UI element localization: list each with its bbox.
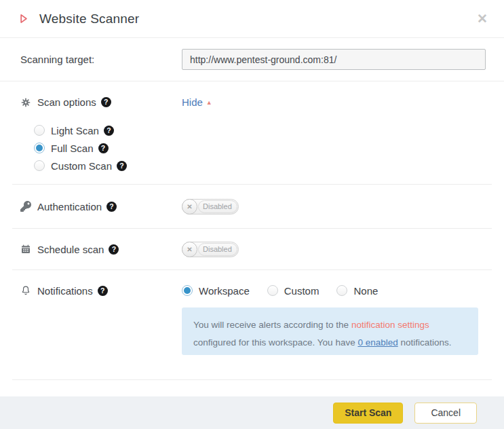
radio-button[interactable] [34, 125, 45, 136]
radio-label: Custom Scan [51, 160, 112, 172]
play-icon [16, 12, 31, 26]
scanning-target-label: Scanning target: [20, 54, 94, 65]
info-text: configured for this workspace. You have [193, 337, 357, 348]
radio-button[interactable] [336, 285, 347, 296]
radio-full-scan[interactable]: Full Scan ? [34, 139, 492, 157]
scan-options-section: Scan options ? Hide ▲ Light Scan ? Full … [12, 81, 492, 185]
notification-settings-link[interactable]: notification settings [351, 320, 429, 330]
notification-info-box: You will receive alerts according to the… [182, 307, 478, 355]
radio-label: Full Scan [51, 143, 94, 154]
caret-up-icon: ▲ [206, 99, 212, 106]
scan-type-radio-group: Light Scan ? Full Scan ? Custom Scan ? [34, 122, 492, 174]
radio-label: Custom [284, 285, 319, 297]
help-icon[interactable]: ? [98, 286, 108, 296]
schedule-scan-label: Schedule scan [37, 244, 104, 255]
authentication-label: Authentication [37, 201, 102, 212]
website-scanner-modal: Website Scanner ✕ Scanning target: [0, 0, 504, 429]
hide-toggle-link[interactable]: Hide ▲ [182, 96, 212, 108]
key-icon [20, 201, 31, 212]
modal-footer: Start Scan Cancel [0, 396, 504, 429]
radio-workspace[interactable]: Workspace [182, 282, 250, 299]
close-icon[interactable]: ✕ [477, 12, 488, 25]
help-icon[interactable]: ? [104, 126, 114, 136]
info-text: You will receive alerts according to the [193, 320, 351, 330]
hide-link-label: Hide [182, 96, 203, 108]
page-title: Website Scanner [39, 12, 139, 26]
toggle-x-icon: ✕ [182, 242, 197, 257]
radio-custom[interactable]: Custom [267, 282, 319, 299]
radio-button[interactable] [34, 143, 45, 153]
radio-label: Workspace [199, 285, 250, 297]
radio-light-scan[interactable]: Light Scan ? [34, 122, 492, 139]
radio-custom-scan[interactable]: Custom Scan ? [34, 157, 492, 174]
radio-button[interactable] [267, 285, 278, 296]
start-scan-button[interactable]: Start Scan [333, 403, 403, 424]
modal-header: Website Scanner ✕ [0, 0, 504, 38]
notifications-label: Notifications [37, 285, 93, 297]
scanning-target-row: Scanning target: [0, 38, 504, 81]
schedule-scan-toggle[interactable]: ✕ Disabled [182, 242, 239, 257]
help-icon[interactable]: ? [109, 244, 119, 255]
scanning-target-label-col: Scanning target: [20, 54, 182, 65]
radio-label: Light Scan [51, 125, 99, 136]
radio-label: None [353, 285, 378, 297]
help-icon[interactable]: ? [117, 161, 127, 171]
enabled-notifications-link[interactable]: 0 enabled [357, 337, 398, 348]
radio-button[interactable] [34, 160, 45, 171]
notifications-radio-group: Workspace Custom None [182, 282, 378, 299]
authentication-toggle[interactable]: ✕ Disabled [182, 199, 239, 214]
radio-none[interactable]: None [336, 282, 378, 299]
notifications-section: Notifications ? Workspace Custom None [12, 270, 492, 380]
cancel-button[interactable]: Cancel [414, 403, 477, 424]
scanning-target-input[interactable] [182, 49, 486, 70]
authentication-row: Authentication ? ✕ Disabled [12, 185, 492, 229]
help-icon[interactable]: ? [106, 202, 117, 212]
bell-icon [20, 285, 31, 296]
radio-button[interactable] [182, 285, 193, 296]
info-text: notifications. [398, 337, 452, 348]
toggle-status-label: Disabled [203, 245, 232, 253]
help-icon[interactable]: ? [98, 143, 109, 153]
toggle-status-label: Disabled [203, 202, 232, 210]
schedule-scan-row: Schedule scan ? ✕ Disabled [12, 229, 492, 270]
scan-options-label: Scan options [37, 96, 96, 108]
toggle-x-icon: ✕ [182, 199, 197, 214]
calendar-icon [20, 244, 31, 255]
help-icon[interactable]: ? [101, 97, 111, 107]
gear-icon [20, 97, 31, 108]
